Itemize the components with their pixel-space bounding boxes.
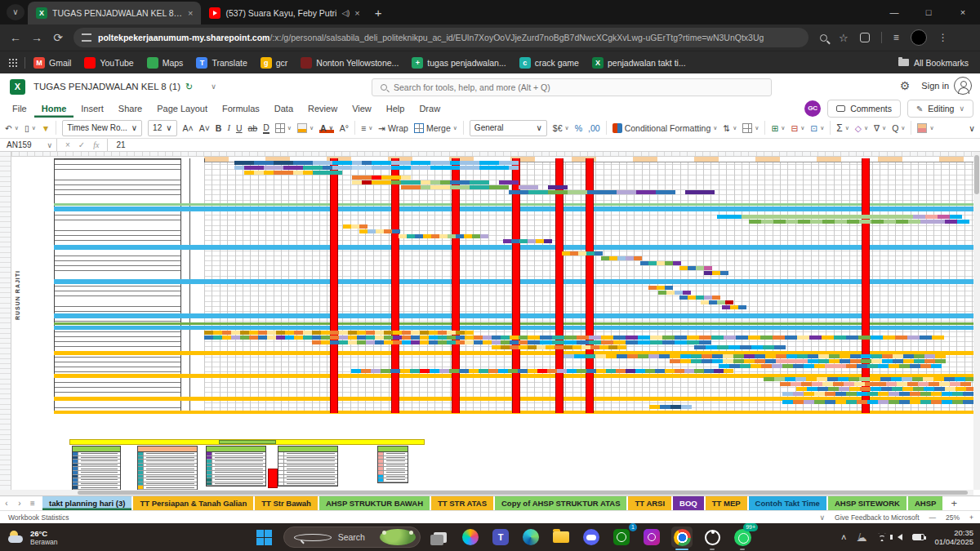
back-icon[interactable]: ← (5, 31, 26, 44)
sheet-tab[interactable]: Contoh Takt Time (749, 496, 826, 510)
weather-widget[interactable]: 26°CBerawan (8, 529, 58, 546)
whatsapp-icon[interactable]: 99+ (732, 527, 753, 548)
menu-help[interactable]: Help (379, 100, 412, 118)
percent-button[interactable]: % (575, 123, 582, 133)
start-button[interactable] (253, 527, 274, 548)
font-color-dropdown[interactable]: A∨ (319, 123, 334, 133)
merge-dropdown[interactable]: Merge∨ (414, 123, 457, 133)
chevron-down-icon[interactable]: ∨ (819, 513, 825, 522)
tab-search-icon[interactable]: ∨ (7, 4, 24, 20)
comments-button[interactable]: Comments (827, 100, 901, 118)
volume-icon[interactable] (898, 534, 902, 540)
search-icon[interactable] (820, 34, 827, 42)
bookmark-item[interactable]: ccrack game (519, 57, 579, 69)
sheet-tab[interactable]: BOQ (673, 496, 704, 510)
fx-icon[interactable]: fx (93, 140, 99, 149)
battery-icon[interactable] (912, 534, 924, 540)
bookmark-item[interactable]: MGmail (33, 57, 71, 69)
extensions-icon[interactable] (860, 33, 870, 42)
wrap-text-button[interactable]: ⇥ Wrap (378, 123, 408, 133)
ribbon-collapse-icon[interactable]: ∨ (969, 123, 975, 133)
bookmark-item[interactable]: +tugas penjadwalan... (412, 57, 506, 69)
currency-dropdown[interactable]: $€∨ (553, 123, 569, 133)
enter-icon[interactable]: ✓ (78, 140, 85, 149)
sheet-list-icon[interactable]: ≡ (26, 496, 39, 510)
delete-cells-dropdown[interactable]: ⊟∨ (791, 123, 804, 133)
sheet-tab[interactable]: TT ARSI (628, 496, 671, 510)
undo-button[interactable]: ↶∨ (5, 123, 19, 133)
sheet-tab[interactable]: AHSP (908, 496, 942, 510)
shrink-font-button[interactable]: A˅ (199, 123, 210, 133)
font-name-dropdown[interactable]: Times New Ro...∨ (62, 120, 142, 136)
chevron-down-icon[interactable]: ∨ (211, 82, 216, 91)
menu-page-layout[interactable]: Page Layout (149, 100, 215, 118)
bold-button[interactable]: B (216, 123, 222, 133)
bookmark-item[interactable]: Nonton Yellowstone... (301, 57, 399, 69)
paste-button[interactable]: ▯∨ (24, 123, 36, 133)
sheet-tab[interactable]: TT MEP (706, 496, 747, 510)
menu-formulas[interactable]: Formulas (215, 100, 267, 118)
tray-expand-icon[interactable]: ˄ (841, 532, 846, 542)
menu-insert[interactable]: Insert (74, 100, 111, 118)
menu-draw[interactable]: Draw (412, 100, 448, 118)
horizontal-scrollbar[interactable] (0, 490, 973, 495)
cell-styles-dropdown[interactable]: ∨ (917, 123, 933, 133)
close-button[interactable]: × (946, 0, 980, 24)
user-avatar[interactable]: GC (804, 100, 821, 117)
double-underline-button[interactable]: D (263, 122, 270, 134)
align-dropdown[interactable]: ≡∨ (361, 123, 372, 133)
clock[interactable]: 20:35 01/04/2025 (934, 528, 973, 546)
new-tab-button[interactable]: + (375, 6, 382, 20)
excel-logo-icon[interactable]: X (10, 79, 25, 95)
workbook-statistics[interactable]: Workbook Statistics (8, 513, 69, 522)
chrome-icon[interactable] (671, 527, 693, 548)
scrollbar-thumb[interactable] (78, 491, 968, 495)
reload-icon[interactable]: ⟳ (47, 31, 69, 44)
gear-icon[interactable]: ⚙ (900, 79, 911, 92)
format-cells-dropdown[interactable]: ⊡∨ (810, 123, 824, 133)
profile-avatar[interactable] (911, 29, 927, 46)
sheet-tab[interactable]: TT Persiapan & Tanah Galian (133, 496, 253, 510)
spreadsheet-canvas[interactable]: RUSUN RAJITI (0, 152, 980, 495)
browser-tab-excel[interactable]: X TUGAS PENJADWALAN KEL 8 (1 × (28, 2, 201, 24)
taskbar-search[interactable]: Search (283, 527, 421, 548)
cancel-icon[interactable]: × (65, 140, 70, 149)
format-painter-button[interactable]: ▼ (42, 123, 50, 133)
all-bookmarks-button[interactable]: All Bookmarks (898, 58, 980, 68)
document-title[interactable]: TUGAS PENJADWALAN KEL 8 (1) (33, 82, 180, 91)
site-info-icon[interactable] (82, 33, 91, 42)
excel-search-box[interactable]: Search for tools, help, and more (Alt + … (372, 78, 772, 96)
sheet-nav-right-icon[interactable]: › (13, 496, 26, 510)
zoom-level[interactable]: 25% (946, 513, 960, 522)
wifi-icon[interactable] (876, 533, 888, 541)
sort-dropdown[interactable]: ⇅∨ (723, 123, 737, 133)
sheet-tab[interactable]: TT Str Bawah (255, 496, 318, 510)
fill-color-dropdown[interactable]: ∨ (297, 123, 314, 133)
conditional-formatting-dropdown[interactable]: Conditional Formatting∨ (612, 123, 718, 133)
strikethrough-button[interactable]: ab (248, 123, 258, 133)
zoom-out-button[interactable]: — (929, 513, 937, 522)
borders-dropdown[interactable]: ∨ (275, 123, 292, 133)
number-format-dropdown[interactable]: General∨ (470, 120, 547, 136)
vertical-scrollbar[interactable] (973, 152, 980, 490)
bookmark-item[interactable]: Xpenjadwalan takt ti... (592, 57, 686, 69)
menu-file[interactable]: File (5, 100, 34, 118)
xbox-icon[interactable]: 1 (611, 527, 632, 548)
editing-dropdown[interactable]: ✎ Editing ∨ (907, 100, 973, 118)
clear-formats-button[interactable]: A° (340, 123, 349, 133)
menu-home[interactable]: Home (34, 100, 74, 118)
sign-in-button[interactable]: Sign in (921, 77, 972, 95)
sheet-tab[interactable]: TT STR ATAS (431, 496, 493, 510)
tab-close-icon[interactable]: × (188, 8, 193, 18)
browser-tab-youtube[interactable]: (537) Suara Kayu, Feby Putri ◁) × (201, 2, 368, 24)
media-controls-icon[interactable]: ≡ (893, 32, 899, 43)
onedrive-icon[interactable]: ☁/ (856, 531, 866, 544)
discord-icon[interactable] (581, 527, 602, 548)
italic-button[interactable]: I (227, 123, 230, 132)
sort-filter-dropdown[interactable]: ∇∨ (874, 123, 886, 133)
edge-icon[interactable] (520, 527, 541, 548)
find-dropdown[interactable]: Q∨ (892, 123, 905, 133)
address-bar[interactable]: poltekpekerjaanumum-my.sharepoint.com/:x… (74, 28, 808, 47)
add-sheet-button[interactable]: + (944, 496, 964, 510)
bookmark-item[interactable]: TTranslate (196, 57, 247, 69)
